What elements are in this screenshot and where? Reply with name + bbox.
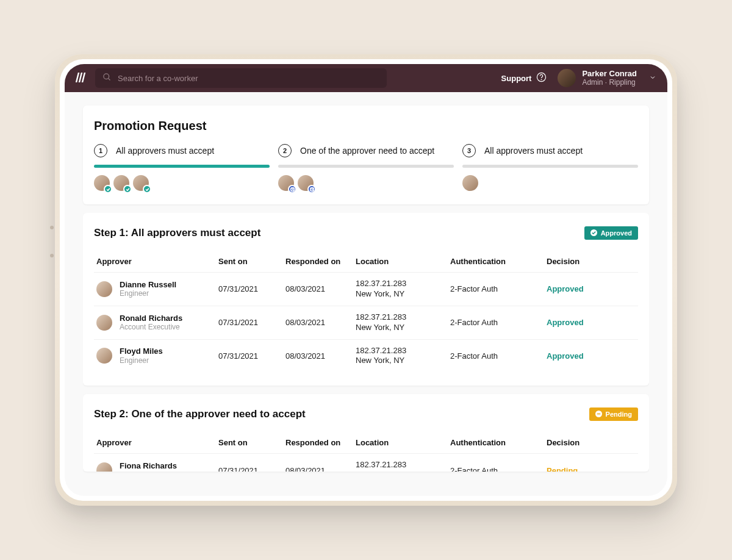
support-label: Support (501, 74, 532, 83)
location: 182.37.21.283New York, NY (356, 346, 445, 367)
avatar (96, 348, 112, 364)
location: 182.37.21.283New York, NY (356, 312, 445, 333)
table-row: Fiona Richards Engineer 07/31/2021 08/03… (94, 454, 638, 472)
decision: Pending (547, 466, 578, 472)
step-progress-bar (278, 165, 454, 168)
step-progress-bar (462, 165, 638, 168)
step-3: 3 All approvers must accept (462, 144, 638, 191)
search-input[interactable] (95, 68, 387, 88)
user-role: Admin · Rippling (582, 79, 637, 87)
approver-role: Engineer (120, 289, 176, 298)
th-responded: Responded on (283, 432, 353, 454)
table-row: Ronald Richards Account Executive 07/31/… (94, 306, 638, 339)
responded-on: 08/03/2021 (283, 454, 353, 472)
step-avatar (113, 175, 129, 191)
approver-role: Engineer (120, 471, 177, 472)
step-avatar (462, 175, 478, 191)
avatar (96, 315, 112, 331)
avatar (96, 462, 112, 472)
step-avatars (278, 175, 454, 191)
pending-icon (595, 411, 602, 418)
approver-role: Engineer (120, 356, 163, 365)
approver-name: Floyd Miles (120, 346, 163, 356)
sent-on: 07/31/2021 (216, 339, 283, 372)
sent-on: 07/31/2021 (216, 454, 283, 472)
th-approver: Approver (94, 432, 216, 454)
steps-row: 1 All approvers must accept 2 One of the… (94, 144, 638, 191)
status-label: Pending (606, 411, 632, 418)
inner-frame: Support Parker Conrad Admin · Rippling (60, 59, 672, 501)
th-approver: Approver (94, 251, 216, 273)
status-label: Approved (601, 229, 632, 237)
section-card: Step 2: One of the approver need to acce… (83, 394, 649, 472)
app-logo[interactable] (76, 73, 87, 84)
authentication: 2-Factor Auth (448, 454, 544, 472)
avatar (96, 281, 112, 297)
approver-name: Fiona Richards (120, 461, 177, 471)
search-icon (102, 73, 112, 84)
approver-role: Account Executive (120, 323, 182, 331)
step-avatar (133, 175, 149, 191)
section-title: Step 2: One of the approver need to acce… (94, 408, 306, 420)
topbar: Support Parker Conrad Admin · Rippling (65, 64, 667, 92)
section-card: Step 1: All approvers must accept Approv… (83, 213, 649, 386)
step-avatars (462, 175, 638, 191)
svg-line-1 (108, 78, 110, 80)
step-1: 1 All approvers must accept (94, 144, 270, 191)
help-icon (536, 72, 547, 84)
approver-name: Ronald Richards (120, 314, 182, 323)
user-name: Parker Conrad (582, 70, 637, 79)
approvers-table: Approver Sent on Responded on Location A… (94, 432, 638, 472)
approver-name: Dianne Russell (120, 280, 176, 290)
location: 182.37.21.283New York, NY (356, 460, 445, 472)
approvers-table: Approver Sent on Responded on Location A… (94, 251, 638, 372)
step-label: One of the approver need to accept (300, 146, 434, 156)
th-location: Location (353, 251, 448, 273)
th-decision: Decision (544, 251, 638, 273)
th-location: Location (353, 432, 448, 454)
step-number: 3 (462, 144, 476, 157)
authentication: 2-Factor Auth (448, 306, 544, 339)
location: 182.37.21.283New York, NY (356, 279, 445, 300)
authentication: 2-Factor Auth (448, 273, 544, 306)
table-row: Floyd Miles Engineer 07/31/2021 08/03/20… (94, 339, 638, 372)
sent-on: 07/31/2021 (216, 273, 283, 306)
th-auth: Authentication (448, 432, 544, 454)
device-side-dots (50, 226, 54, 257)
check-icon (143, 185, 151, 193)
avatar (558, 69, 576, 87)
screen: Support Parker Conrad Admin · Rippling (65, 64, 667, 496)
clock-icon (288, 185, 296, 193)
check-icon (123, 185, 132, 193)
th-decision: Decision (544, 432, 638, 454)
th-sent: Sent on (216, 432, 283, 454)
step-avatar (278, 175, 294, 191)
approved-icon (590, 229, 597, 237)
th-responded: Responded on (283, 251, 353, 273)
sent-on: 07/31/2021 (216, 306, 283, 339)
support-link[interactable]: Support (501, 72, 547, 84)
step-avatars (94, 175, 270, 191)
chevron-down-icon (643, 73, 656, 84)
section-title: Step 1: All approvers must accept (94, 227, 260, 239)
decision: Approved (547, 318, 584, 327)
svg-point-0 (104, 73, 109, 79)
content: Promotion Request 1 All approvers must a… (65, 92, 667, 496)
decision: Approved (547, 284, 584, 293)
check-icon (104, 185, 112, 193)
svg-rect-8 (597, 414, 600, 414)
status-badge: Approved (584, 226, 638, 240)
clock-icon (307, 185, 316, 193)
responded-on: 08/03/2021 (283, 339, 353, 372)
responded-on: 08/03/2021 (283, 306, 353, 339)
step-avatar (94, 175, 110, 191)
svg-point-3 (542, 79, 542, 80)
page-title: Promotion Request (94, 119, 638, 133)
user-menu[interactable]: Parker Conrad Admin · Rippling (558, 69, 656, 87)
step-number: 2 (278, 144, 292, 157)
tablet-frame: Support Parker Conrad Admin · Rippling (55, 54, 677, 506)
search-field[interactable] (118, 74, 379, 83)
responded-on: 08/03/2021 (283, 273, 353, 306)
authentication: 2-Factor Auth (448, 339, 544, 372)
th-sent: Sent on (216, 251, 283, 273)
